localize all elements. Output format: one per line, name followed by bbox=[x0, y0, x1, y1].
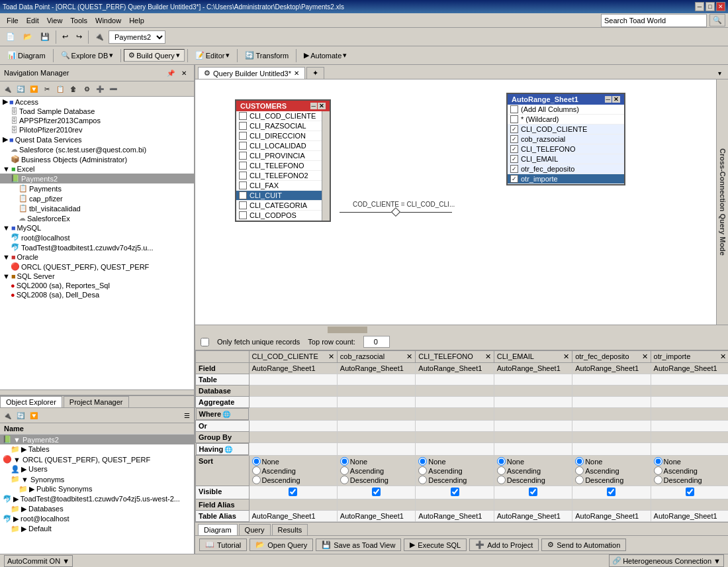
cb-ar-fec[interactable] bbox=[510, 165, 518, 173]
ar-row-fec[interactable]: otr_fec_deposito bbox=[508, 164, 624, 174]
cell-sort-2[interactable]: None Ascending Descending bbox=[337, 456, 415, 486]
cb-telefono[interactable] bbox=[239, 162, 247, 170]
sort6-none[interactable] bbox=[654, 457, 662, 466]
cb-categoria[interactable] bbox=[239, 201, 247, 209]
cell-table-5[interactable] bbox=[572, 374, 651, 386]
bottom-tab-results[interactable]: Results bbox=[272, 524, 308, 535]
sort4-none[interactable] bbox=[497, 457, 506, 466]
ar-row-addall[interactable]: (Add All Columns) bbox=[508, 105, 624, 115]
hscroll-thumb[interactable] bbox=[328, 327, 367, 333]
cb-ar-imp[interactable] bbox=[510, 175, 518, 183]
tab-close-button[interactable]: ✕ bbox=[294, 70, 299, 77]
cell-hav-4[interactable] bbox=[494, 443, 572, 456]
vis6-check[interactable] bbox=[686, 488, 694, 496]
col-header-6[interactable]: otr_importe ✕ bbox=[651, 351, 728, 363]
customers-header[interactable]: CUSTOMERS ─ ✕ bbox=[236, 101, 330, 111]
customers-scrollbar[interactable] bbox=[322, 111, 330, 221]
cb-localidad[interactable] bbox=[239, 142, 247, 150]
menu-tools[interactable]: Tools bbox=[66, 15, 91, 26]
tab-new[interactable]: ✦ bbox=[306, 67, 324, 79]
menu-edit[interactable]: Edit bbox=[23, 15, 43, 26]
cell-hav-6[interactable] bbox=[651, 443, 728, 456]
obj-filter[interactable]: 🔽 bbox=[28, 409, 40, 421]
nav-pin-button[interactable]: 📌 bbox=[165, 67, 177, 79]
cell-agg-4[interactable] bbox=[494, 397, 572, 408]
sort1-desc[interactable] bbox=[252, 476, 261, 484]
sort2-none[interactable] bbox=[340, 457, 349, 466]
cell-field-3[interactable]: AutoRange_Sheet1 bbox=[416, 363, 494, 374]
tutorial-button[interactable]: 📖 Tutorial bbox=[199, 539, 247, 551]
nav-delete[interactable]: 🗑 bbox=[68, 83, 79, 95]
sort1-asc[interactable] bbox=[252, 466, 261, 475]
execute-sql-button[interactable]: ▶ Execute SQL bbox=[404, 539, 467, 551]
cell-ta-1[interactable]: AutoRange_Sheet1 bbox=[249, 511, 337, 522]
cell-ta-2[interactable]: AutoRange_Sheet1 bbox=[337, 511, 415, 522]
customers-row-2[interactable]: CLI_RAZSOCIAL bbox=[236, 121, 330, 131]
sort3-asc[interactable] bbox=[418, 466, 427, 475]
nav-salesforceex[interactable]: ☁SalesforceEx bbox=[0, 213, 194, 223]
menu-window[interactable]: Window bbox=[91, 15, 125, 26]
cell-ta-4[interactable]: AutoRange_Sheet1 bbox=[494, 511, 572, 522]
cell-gb-4[interactable] bbox=[494, 432, 572, 443]
nav-close-button[interactable]: ✕ bbox=[178, 67, 190, 79]
customers-row-3[interactable]: CLI_DIRECCION bbox=[236, 131, 330, 141]
nav-sql2008[interactable]: ●SQL2008 (sa), Dell_Desa bbox=[0, 290, 194, 299]
obj-public-synonyms[interactable]: 📁▶ Public Synonyms bbox=[0, 484, 194, 494]
col-header-1[interactable]: CLI_COD_CLIENTE ✕ bbox=[249, 351, 337, 363]
nav-excel[interactable]: ▼■Excel bbox=[0, 164, 194, 174]
canvas-hscroll[interactable] bbox=[195, 325, 728, 334]
autorange-minimize[interactable]: ─ bbox=[605, 96, 612, 103]
cell-vis-5[interactable] bbox=[572, 486, 651, 499]
minimize-button[interactable]: ─ bbox=[695, 2, 704, 11]
new-button[interactable]: 📄 bbox=[3, 30, 19, 43]
add-project-button[interactable]: ➕ Add to Project bbox=[469, 539, 539, 551]
customers-row-9[interactable]: CLI_CUIT bbox=[236, 191, 330, 201]
cell-agg-3[interactable] bbox=[416, 397, 494, 408]
cell-vis-2[interactable] bbox=[337, 486, 415, 499]
cell-hav-1[interactable] bbox=[249, 443, 337, 456]
diagram-button[interactable]: 📊 Diagram bbox=[3, 49, 50, 62]
obj-view[interactable]: ☰ bbox=[181, 409, 193, 421]
customers-row-8[interactable]: CLI_FAX bbox=[236, 181, 330, 191]
nav-orcl[interactable]: 🔴ORCL (QUEST_PERF), QUEST_PERF bbox=[0, 262, 194, 272]
ar-row-wildcard[interactable]: * (Wildcard) bbox=[508, 115, 624, 125]
nav-payments[interactable]: 📋Payments bbox=[0, 183, 194, 193]
cb-cod-cliente[interactable] bbox=[239, 112, 247, 120]
explore-db-button[interactable]: 🔍 Explore DB ▾ bbox=[56, 49, 118, 62]
ar-row-email[interactable]: CLI_EMAIL bbox=[508, 154, 624, 164]
cell-fa-2[interactable] bbox=[337, 499, 415, 511]
nav-tbl-visita[interactable]: 📋tbl_visitacalidad bbox=[0, 203, 194, 213]
open-query-button[interactable]: 📂 Open Query bbox=[250, 539, 313, 551]
sort4-asc[interactable] bbox=[497, 466, 506, 475]
obj-new[interactable]: 🔌 bbox=[1, 409, 13, 421]
cell-agg-2[interactable] bbox=[337, 397, 415, 408]
ar-row-cod-cliente[interactable]: CLI_COD_CLIENTE bbox=[508, 125, 624, 134]
cb-ar-email[interactable] bbox=[510, 155, 518, 163]
nav-appspfizer[interactable]: 🗄APPSPfizer2013Campos bbox=[0, 116, 194, 125]
customers-close[interactable]: ✕ bbox=[318, 103, 326, 109]
connection-icon[interactable]: 🔌 bbox=[91, 30, 107, 43]
tab-list-button[interactable]: ▾ bbox=[713, 67, 725, 79]
cell-where-2[interactable] bbox=[337, 408, 415, 421]
cell-sort-3[interactable]: None Ascending Descending bbox=[416, 456, 494, 486]
cell-or-4[interactable] bbox=[494, 421, 572, 432]
cell-vis-6[interactable] bbox=[651, 486, 728, 499]
cell-vis-1[interactable] bbox=[249, 486, 337, 499]
obj-tables[interactable]: 📁▶ Tables bbox=[0, 444, 194, 454]
obj-default[interactable]: 📁▶ Default bbox=[0, 524, 194, 534]
autorange-header[interactable]: AutoRange_Sheet1 ─ ✕ bbox=[508, 94, 624, 105]
tab-query-builder[interactable]: ⚙ Query Builder Untitled3* ✕ bbox=[198, 67, 305, 79]
ar-row-telefono[interactable]: CLI_TELEFONO bbox=[508, 144, 624, 154]
vis3-check[interactable] bbox=[451, 488, 459, 496]
autorange-close[interactable]: ✕ bbox=[612, 96, 620, 103]
cell-ta-5[interactable]: AutoRange_Sheet1 bbox=[572, 511, 651, 522]
cb-wildcard[interactable] bbox=[510, 115, 518, 123]
obj-users[interactable]: 👤▶ Users bbox=[0, 464, 194, 474]
obj-root[interactable]: 🐬▶ root@localhost bbox=[0, 514, 194, 524]
cell-table-1[interactable] bbox=[249, 374, 337, 386]
cell-gb-6[interactable] bbox=[651, 432, 728, 443]
cb-addall[interactable] bbox=[510, 105, 518, 113]
cb-fax[interactable] bbox=[239, 181, 247, 189]
cell-table-6[interactable] bbox=[651, 374, 728, 386]
cell-db-6[interactable] bbox=[651, 386, 728, 397]
